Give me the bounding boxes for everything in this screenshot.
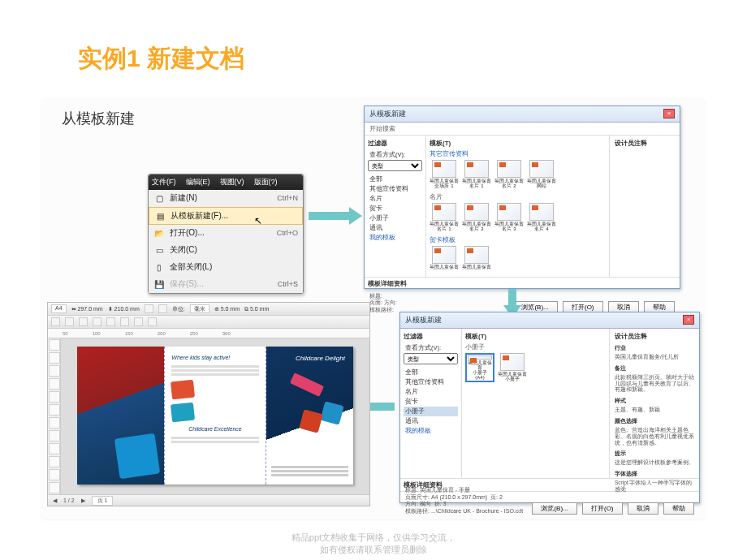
file-menu: 文件(F) 编辑(E) 视图(V) 版面(?) ▢新建(N)Ctrl+N ▤从模… [148,174,304,294]
view-select[interactable]: 类型 [368,160,422,171]
dialog2-titlebar: 从模板新建 × [400,312,699,329]
tool-btn[interactable] [93,317,101,326]
cat-brochure-2[interactable]: 小册子 [404,407,458,416]
section-3: 贺卡模板 [430,235,606,244]
shape-tool[interactable] [49,352,60,364]
mi-open-label: 打开(O)... [170,227,205,239]
nudge-val[interactable]: 5.0 mm [221,306,240,312]
landscape-icon[interactable] [158,304,167,313]
my-templates[interactable]: 我的模板 [368,233,422,243]
tool-btn[interactable] [134,317,143,326]
standard-bar [48,316,369,329]
cat-card-2[interactable]: 名片 [404,387,458,397]
save-icon: 💾 [153,279,165,289]
tpl-thumb[interactable]: 英国儿童保育 [462,246,491,275]
cat-brochure[interactable]: 小册子 [368,213,422,223]
template-dialog-1: 从模板新建 × 开始搜索 过滤器 查看方式(V): 类型 全部 其他宣传资料 名… [364,106,680,289]
tool-btn[interactable] [65,317,74,326]
ellipse-tool[interactable] [49,417,60,429]
tool-btn[interactable] [120,317,129,326]
mi-close[interactable]: ▭关闭(C) [149,242,303,259]
cat-news[interactable]: 通讯 [368,223,422,233]
tpl-thumb[interactable]: 英国儿童保育 名片 2 [462,203,491,232]
freehand-tool[interactable] [49,391,60,403]
tool-btn[interactable] [51,317,60,326]
cat-all-2[interactable]: 全部 [404,368,458,377]
menu-view[interactable]: 视图(V) [220,177,244,187]
mi-close-all[interactable]: ▯全部关闭(L) [149,259,303,276]
tool-btn[interactable] [79,317,88,326]
cat-other[interactable]: 其他宣传资料 [368,184,422,194]
page-counter[interactable]: 1 / 2 [63,498,75,503]
slide-title: 实例1 新建文档 [78,42,244,75]
open-button[interactable]: 打开(O) [582,502,623,515]
thumb-cap: 英国儿童保育 全场所 1 [430,179,459,188]
browse-button[interactable]: 浏览(B)... [532,502,576,515]
menu-edit[interactable]: 编辑(E) [186,177,210,187]
dup-val[interactable]: 5.0 mm [250,306,269,312]
template-list: 模板(T) 其它宣传资料 英国儿童保育 全场所 1 英国儿童保育 名片 1 英国… [426,136,610,277]
polygon-tool[interactable] [49,430,60,442]
crop-tool[interactable] [49,365,60,377]
paper-select[interactable]: A4 [51,304,67,313]
cat-news-2[interactable]: 通讯 [404,416,458,426]
zoom-tool[interactable] [49,378,60,390]
page-width[interactable]: 297.0 mm [78,306,103,312]
note-txt: 英国儿童保育服务/托儿所 [615,354,694,360]
cat-greet[interactable]: 贺卡 [368,204,422,213]
mi-new[interactable]: ▢新建(N)Ctrl+N [149,190,303,207]
eyedrop-tool[interactable] [49,469,60,480]
tpl-thumb-selected[interactable]: 英国儿童保育小册子(A4) [465,353,494,382]
page-tab[interactable]: 页 1 [92,496,114,506]
fill-tool[interactable] [49,482,60,493]
tpl-thumb[interactable]: 英国儿童保育 名片 1 [430,203,459,232]
cancel-button[interactable]: 取消 [628,502,658,515]
tpl-thumb[interactable]: 英国儿童保育 [430,246,459,275]
cat-other-2[interactable]: 其他宣传资料 [404,377,458,387]
rect-tool[interactable] [49,404,60,416]
menu-file[interactable]: 文件(F) [152,177,176,187]
tpl-thumb[interactable]: 英国儿童保育 名片 3 [494,203,524,232]
my-templates-2[interactable]: 我的模板 [404,426,458,436]
tool-btn[interactable] [106,317,115,326]
cat-greet-2[interactable]: 贺卡 [404,397,458,407]
blend-tool[interactable] [49,456,60,467]
note-hd: 颜色选择 [615,417,694,425]
filter-panel: 过滤器 查看方式(V): 类型 全部 其他宣传资料 名片 贺卡 小册子 通讯 我… [365,136,426,277]
pick-tool[interactable] [49,339,60,351]
tool-btn[interactable] [148,317,157,326]
mi-new-template[interactable]: ▤从模板新建(F)... [149,207,303,225]
filter-panel-2: 过滤器 查看方式(V): 类型 全部 其他宣传资料 名片 贺卡 小册子 通讯 我… [400,329,462,478]
page-height[interactable]: 210.0 mm [114,306,140,312]
cat-all[interactable]: 全部 [368,174,422,184]
unit-select[interactable]: 毫米 [190,304,209,313]
mi-open[interactable]: 📂打开(O)...Ctrl+O [149,225,303,242]
tpl-thumb[interactable]: 英国儿童保育 网站 [527,160,556,189]
close-icon: ▭ [153,245,165,255]
cube-graphic [320,401,343,424]
tpl-thumb[interactable]: 英国儿童保育小册子 [498,353,527,382]
portrait-icon[interactable] [145,304,153,313]
text-tool[interactable] [49,443,60,454]
menu-layout[interactable]: 版面(?) [254,177,278,187]
tpl-thumb[interactable]: 英国儿童保育 名片 1 [462,160,491,189]
tpl-thumb[interactable]: 英国儿童保育 名片 2 [494,160,524,189]
close-button[interactable]: × [683,315,694,325]
note-txt: Script 字体给人一种手写字体的感觉 [615,480,694,493]
unit-label: 单位: [172,305,185,313]
tpl-thumb[interactable]: 英国儿童保育 全场所 1 [430,160,459,189]
notes-label-2: 设计员注释 [615,332,694,341]
template-icon: ▤ [154,211,166,221]
canvas[interactable]: Where kids stay active! Childcare Excell… [61,338,369,494]
panel-1 [77,347,164,485]
close-button[interactable]: × [663,109,675,118]
thumb-cap: 英国儿童保育 名片 2 [494,179,524,188]
note-hd: 样式 [615,397,694,405]
help-button[interactable]: 帮助 [663,502,694,515]
view-select-2[interactable]: 类型 [404,353,458,364]
tpl-thumb[interactable]: 英国儿童保育 名片 4 [527,203,556,232]
panel-3: Childcare Delight [266,347,353,485]
cat-card[interactable]: 名片 [368,194,422,204]
templates-label-2: 模板(T) [465,332,606,341]
thumb-cap: 英国儿童保育 网站 [527,179,556,188]
